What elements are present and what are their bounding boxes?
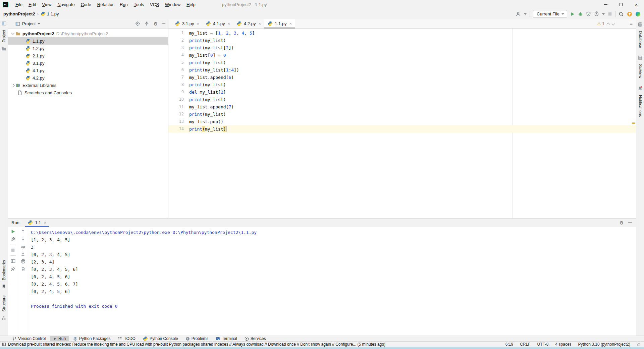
code-line-8[interactable]: 8print(my_list): [168, 81, 636, 88]
editor-tab-3.1.py[interactable]: 3.1.py×: [172, 19, 203, 28]
stop-button[interactable]: [608, 12, 612, 16]
down-stack-trace-icon[interactable]: [21, 237, 25, 241]
editor-tab-4.1.py[interactable]: 4.1.py×: [203, 19, 233, 28]
next-problem-icon[interactable]: [612, 22, 615, 26]
toolwindow-button-python-console[interactable]: Python Console: [140, 336, 181, 341]
run-button[interactable]: [570, 12, 575, 16]
database-icon[interactable]: [638, 22, 643, 27]
debug-button[interactable]: [578, 11, 583, 16]
code-line-1[interactable]: 1my_list = [1, 2, 3, 4, 5]: [168, 29, 636, 37]
structure-icon[interactable]: [2, 316, 6, 320]
scroll-to-end-icon[interactable]: [21, 252, 25, 256]
project-view-dropdown-icon[interactable]: [38, 23, 40, 24]
menu-edit[interactable]: Edit: [25, 1, 39, 8]
code-line-13[interactable]: 13my_list.pop(): [168, 118, 636, 125]
stripe-notifications-label[interactable]: Notifications: [638, 95, 643, 117]
status-widget[interactable]: 6:19: [505, 342, 513, 347]
code-editor[interactable]: 1my_list = [1, 2, 3, 4, 5]2print(my_list…: [168, 29, 636, 218]
project-tool-window-icon[interactable]: [2, 21, 6, 26]
scrollbar-warning-mark[interactable]: [632, 122, 635, 124]
minimize-button[interactable]: [598, 0, 613, 9]
tab-close-icon[interactable]: ×: [227, 21, 230, 26]
code-line-7[interactable]: 7my_list.append(6): [168, 73, 636, 81]
scratches-row[interactable]: Scratches and Consoles: [8, 89, 168, 96]
code-with-me-icon[interactable]: [635, 11, 641, 17]
user-dropdown-arrow-icon[interactable]: [524, 13, 527, 15]
pin-tab-icon[interactable]: [11, 266, 15, 271]
status-widget[interactable]: Python 3.10 (pythonProject2): [578, 342, 630, 347]
up-stack-trace-icon[interactable]: [21, 229, 25, 234]
editor-tab-1.1.py[interactable]: 1.1.py×: [264, 19, 295, 28]
tab-close-icon[interactable]: ×: [197, 21, 199, 26]
user-account-icon[interactable]: [516, 11, 521, 17]
locate-file-icon[interactable]: [135, 21, 140, 26]
menu-navigate[interactable]: Navigate: [54, 1, 77, 8]
code-line-5[interactable]: 5print(my_list): [168, 59, 636, 66]
status-widget[interactable]: CRLF: [520, 342, 530, 347]
code-line-10[interactable]: 10print(my_list): [168, 96, 636, 103]
stripe-database-label[interactable]: Database: [638, 31, 643, 48]
code-line-6[interactable]: 6print(my_list[1:4]): [168, 66, 636, 73]
project-root-row[interactable]: pythonProject2D:\Phython\pythonProject2: [8, 30, 168, 37]
stripe-structure-label[interactable]: Structure: [2, 295, 6, 312]
previous-problem-icon[interactable]: [607, 23, 610, 26]
run-with-coverage-button[interactable]: [586, 11, 591, 16]
toolwindow-button-services[interactable]: Services: [241, 336, 269, 341]
soft-wrap-icon[interactable]: [21, 244, 25, 249]
external-libraries-row[interactable]: External Libraries: [8, 82, 168, 89]
menu-file[interactable]: File: [12, 1, 25, 8]
clear-all-icon[interactable]: [21, 267, 25, 271]
toolwindow-button-todo[interactable]: TODO: [115, 336, 138, 341]
menu-view[interactable]: View: [39, 1, 54, 8]
toolwindow-button-problems[interactable]: Problems: [182, 336, 212, 341]
restore-layout-icon[interactable]: [11, 259, 15, 263]
notifications-bell-icon[interactable]: [638, 86, 643, 91]
editor-tab-options-icon[interactable]: ≡: [630, 19, 636, 28]
menu-help[interactable]: Help: [183, 1, 199, 8]
code-line-11[interactable]: 11my_list.append(7): [168, 103, 636, 110]
editor-tab-4.2.py[interactable]: 4.2.py×: [233, 19, 264, 28]
status-widget[interactable]: UTF-8: [537, 342, 549, 347]
code-line-2[interactable]: 2print(my_list): [168, 37, 636, 44]
profiler-button[interactable]: [594, 11, 599, 16]
project-file-4.1.py[interactable]: 4.1.py: [8, 67, 168, 74]
tab-close-icon[interactable]: ×: [289, 21, 292, 26]
search-everywhere-icon[interactable]: [619, 11, 624, 17]
hide-panel-icon[interactable]: [162, 23, 165, 24]
hide-run-panel-icon[interactable]: [628, 222, 632, 223]
toolwindow-button-run[interactable]: Run: [50, 336, 69, 341]
print-icon[interactable]: [21, 259, 25, 264]
close-button[interactable]: ×: [629, 0, 644, 9]
project-panel-title[interactable]: Project: [22, 21, 36, 26]
menu-tools[interactable]: Tools: [131, 1, 147, 8]
status-message[interactable]: Download pre-built shared indexes: Reduc…: [8, 342, 385, 347]
bookmark-icon[interactable]: [2, 284, 6, 289]
menu-refactor[interactable]: Refactor: [94, 1, 117, 8]
code-line-3[interactable]: 3print(my_list[2]): [168, 44, 636, 51]
toolwindow-button-terminal[interactable]: Terminal: [213, 336, 240, 341]
code-line-4[interactable]: 4my_list[0] = 0: [168, 51, 636, 59]
run-config-settings-icon[interactable]: [11, 237, 15, 242]
tab-close-icon[interactable]: ×: [258, 21, 261, 26]
toolwindow-button-version-control[interactable]: Version Control: [9, 336, 49, 341]
status-widget[interactable]: 4 spaces: [555, 342, 572, 347]
status-window-icon[interactable]: [2, 342, 6, 346]
project-file-2.1.py[interactable]: 2.1.py: [8, 52, 168, 59]
code-line-14[interactable]: 14print(my_list): [168, 125, 636, 133]
code-line-9[interactable]: 9del my_list[2]: [168, 88, 636, 96]
maximize-button[interactable]: [613, 0, 629, 9]
code-line-12[interactable]: 12print(my_list): [168, 110, 636, 118]
run-console-output[interactable]: C:\Users\Lenovo\.conda\envs\pythonProjec…: [28, 227, 636, 336]
breadcrumb-file[interactable]: 1.1.py: [47, 11, 59, 16]
sciview-icon[interactable]: [638, 55, 643, 60]
run-tab[interactable]: 1.1 ×: [25, 218, 49, 227]
toolwindow-button-python-packages[interactable]: Python Packages: [70, 336, 113, 341]
run-tab-close-icon[interactable]: ×: [44, 220, 47, 225]
profiler-dropdown-arrow-icon[interactable]: [602, 13, 605, 15]
rerun-button[interactable]: [11, 229, 15, 234]
breadcrumb-project[interactable]: pythonProject2: [3, 11, 35, 16]
update-available-icon[interactable]: [627, 11, 632, 17]
project-file-1.2.py[interactable]: 1.2.py: [8, 45, 168, 52]
collapse-all-icon[interactable]: [144, 21, 149, 26]
project-file-4.2.py[interactable]: 4.2.py: [8, 74, 168, 82]
